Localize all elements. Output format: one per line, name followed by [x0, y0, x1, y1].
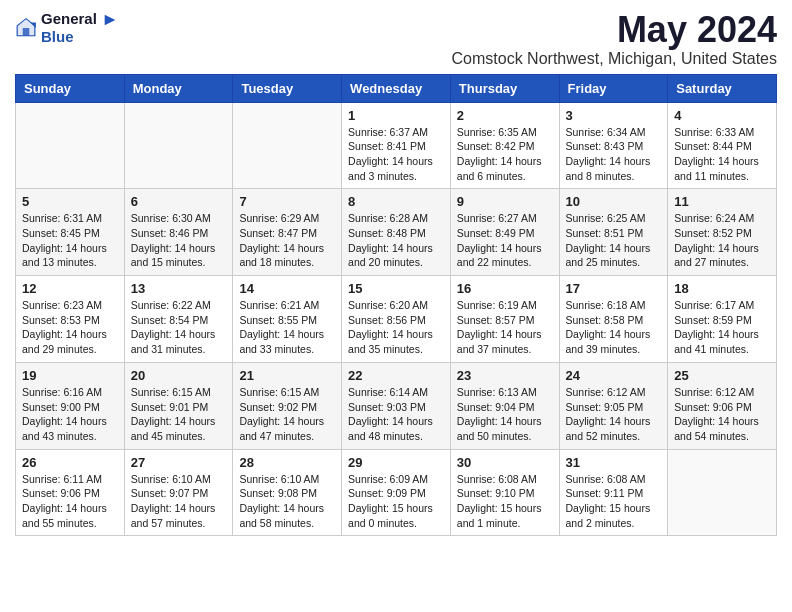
calendar-cell: 21Sunrise: 6:15 AMSunset: 9:02 PMDayligh… [233, 362, 342, 449]
calendar-cell: 8Sunrise: 6:28 AMSunset: 8:48 PMDaylight… [342, 189, 451, 276]
day-number: 21 [239, 368, 335, 383]
day-number: 5 [22, 194, 118, 209]
calendar-cell: 10Sunrise: 6:25 AMSunset: 8:51 PMDayligh… [559, 189, 668, 276]
day-number: 28 [239, 455, 335, 470]
day-number: 19 [22, 368, 118, 383]
day-info: Sunrise: 6:35 AMSunset: 8:42 PMDaylight:… [457, 125, 553, 184]
day-info: Sunrise: 6:15 AMSunset: 9:01 PMDaylight:… [131, 385, 227, 444]
day-info: Sunrise: 6:16 AMSunset: 9:00 PMDaylight:… [22, 385, 118, 444]
calendar-week-row: 19Sunrise: 6:16 AMSunset: 9:00 PMDayligh… [16, 362, 777, 449]
day-info: Sunrise: 6:37 AMSunset: 8:41 PMDaylight:… [348, 125, 444, 184]
weekday-header-monday: Monday [124, 74, 233, 102]
day-info: Sunrise: 6:19 AMSunset: 8:57 PMDaylight:… [457, 298, 553, 357]
logo-text: General Blue [41, 10, 118, 45]
day-info: Sunrise: 6:29 AMSunset: 8:47 PMDaylight:… [239, 211, 335, 270]
weekday-header-wednesday: Wednesday [342, 74, 451, 102]
day-number: 1 [348, 108, 444, 123]
calendar-cell: 15Sunrise: 6:20 AMSunset: 8:56 PMDayligh… [342, 276, 451, 363]
weekday-header-friday: Friday [559, 74, 668, 102]
day-number: 7 [239, 194, 335, 209]
day-info: Sunrise: 6:15 AMSunset: 9:02 PMDaylight:… [239, 385, 335, 444]
location-title: Comstock Northwest, Michigan, United Sta… [452, 50, 777, 68]
day-number: 20 [131, 368, 227, 383]
calendar-cell: 22Sunrise: 6:14 AMSunset: 9:03 PMDayligh… [342, 362, 451, 449]
calendar-cell: 19Sunrise: 6:16 AMSunset: 9:00 PMDayligh… [16, 362, 125, 449]
calendar-cell [124, 102, 233, 189]
logo-blue-text: Blue [41, 28, 118, 45]
calendar-week-row: 5Sunrise: 6:31 AMSunset: 8:45 PMDaylight… [16, 189, 777, 276]
day-number: 31 [566, 455, 662, 470]
day-number: 6 [131, 194, 227, 209]
calendar-cell: 30Sunrise: 6:08 AMSunset: 9:10 PMDayligh… [450, 449, 559, 536]
day-number: 9 [457, 194, 553, 209]
calendar-cell: 29Sunrise: 6:09 AMSunset: 9:09 PMDayligh… [342, 449, 451, 536]
calendar-cell: 9Sunrise: 6:27 AMSunset: 8:49 PMDaylight… [450, 189, 559, 276]
svg-rect-3 [23, 28, 30, 36]
calendar-cell: 5Sunrise: 6:31 AMSunset: 8:45 PMDaylight… [16, 189, 125, 276]
day-info: Sunrise: 6:22 AMSunset: 8:54 PMDaylight:… [131, 298, 227, 357]
calendar-cell: 28Sunrise: 6:10 AMSunset: 9:08 PMDayligh… [233, 449, 342, 536]
day-info: Sunrise: 6:21 AMSunset: 8:55 PMDaylight:… [239, 298, 335, 357]
calendar-cell: 11Sunrise: 6:24 AMSunset: 8:52 PMDayligh… [668, 189, 777, 276]
page-header: General Blue May 2024 Comstock Northwest… [15, 10, 777, 68]
title-area: May 2024 Comstock Northwest, Michigan, U… [452, 10, 777, 68]
day-info: Sunrise: 6:20 AMSunset: 8:56 PMDaylight:… [348, 298, 444, 357]
day-info: Sunrise: 6:09 AMSunset: 9:09 PMDaylight:… [348, 472, 444, 531]
day-info: Sunrise: 6:34 AMSunset: 8:43 PMDaylight:… [566, 125, 662, 184]
day-info: Sunrise: 6:12 AMSunset: 9:05 PMDaylight:… [566, 385, 662, 444]
day-info: Sunrise: 6:25 AMSunset: 8:51 PMDaylight:… [566, 211, 662, 270]
day-number: 8 [348, 194, 444, 209]
calendar-cell: 17Sunrise: 6:18 AMSunset: 8:58 PMDayligh… [559, 276, 668, 363]
weekday-header-sunday: Sunday [16, 74, 125, 102]
calendar-cell [233, 102, 342, 189]
calendar-cell: 16Sunrise: 6:19 AMSunset: 8:57 PMDayligh… [450, 276, 559, 363]
day-info: Sunrise: 6:12 AMSunset: 9:06 PMDaylight:… [674, 385, 770, 444]
calendar-cell: 27Sunrise: 6:10 AMSunset: 9:07 PMDayligh… [124, 449, 233, 536]
day-info: Sunrise: 6:18 AMSunset: 8:58 PMDaylight:… [566, 298, 662, 357]
day-number: 23 [457, 368, 553, 383]
calendar-cell: 18Sunrise: 6:17 AMSunset: 8:59 PMDayligh… [668, 276, 777, 363]
day-info: Sunrise: 6:33 AMSunset: 8:44 PMDaylight:… [674, 125, 770, 184]
logo-general: General [41, 10, 97, 27]
calendar-cell: 20Sunrise: 6:15 AMSunset: 9:01 PMDayligh… [124, 362, 233, 449]
calendar-cell: 23Sunrise: 6:13 AMSunset: 9:04 PMDayligh… [450, 362, 559, 449]
day-number: 24 [566, 368, 662, 383]
calendar-cell: 4Sunrise: 6:33 AMSunset: 8:44 PMDaylight… [668, 102, 777, 189]
day-info: Sunrise: 6:14 AMSunset: 9:03 PMDaylight:… [348, 385, 444, 444]
day-number: 16 [457, 281, 553, 296]
calendar-table: SundayMondayTuesdayWednesdayThursdayFrid… [15, 74, 777, 537]
day-number: 14 [239, 281, 335, 296]
logo-arrow-icon [102, 12, 118, 28]
weekday-header-tuesday: Tuesday [233, 74, 342, 102]
day-number: 17 [566, 281, 662, 296]
weekday-header-row: SundayMondayTuesdayWednesdayThursdayFrid… [16, 74, 777, 102]
day-info: Sunrise: 6:27 AMSunset: 8:49 PMDaylight:… [457, 211, 553, 270]
calendar-week-row: 1Sunrise: 6:37 AMSunset: 8:41 PMDaylight… [16, 102, 777, 189]
logo: General Blue [15, 10, 118, 45]
day-number: 30 [457, 455, 553, 470]
day-number: 10 [566, 194, 662, 209]
calendar-cell [668, 449, 777, 536]
day-number: 12 [22, 281, 118, 296]
calendar-cell: 12Sunrise: 6:23 AMSunset: 8:53 PMDayligh… [16, 276, 125, 363]
day-number: 26 [22, 455, 118, 470]
day-number: 18 [674, 281, 770, 296]
calendar-cell: 26Sunrise: 6:11 AMSunset: 9:06 PMDayligh… [16, 449, 125, 536]
day-number: 11 [674, 194, 770, 209]
calendar-cell: 7Sunrise: 6:29 AMSunset: 8:47 PMDaylight… [233, 189, 342, 276]
day-info: Sunrise: 6:10 AMSunset: 9:07 PMDaylight:… [131, 472, 227, 531]
day-info: Sunrise: 6:08 AMSunset: 9:10 PMDaylight:… [457, 472, 553, 531]
calendar-cell: 13Sunrise: 6:22 AMSunset: 8:54 PMDayligh… [124, 276, 233, 363]
calendar-cell: 31Sunrise: 6:08 AMSunset: 9:11 PMDayligh… [559, 449, 668, 536]
calendar-cell [16, 102, 125, 189]
calendar-cell: 24Sunrise: 6:12 AMSunset: 9:05 PMDayligh… [559, 362, 668, 449]
calendar-cell: 3Sunrise: 6:34 AMSunset: 8:43 PMDaylight… [559, 102, 668, 189]
day-info: Sunrise: 6:31 AMSunset: 8:45 PMDaylight:… [22, 211, 118, 270]
day-info: Sunrise: 6:28 AMSunset: 8:48 PMDaylight:… [348, 211, 444, 270]
day-number: 22 [348, 368, 444, 383]
calendar-cell: 2Sunrise: 6:35 AMSunset: 8:42 PMDaylight… [450, 102, 559, 189]
day-info: Sunrise: 6:24 AMSunset: 8:52 PMDaylight:… [674, 211, 770, 270]
day-number: 13 [131, 281, 227, 296]
month-title: May 2024 [452, 10, 777, 50]
day-info: Sunrise: 6:11 AMSunset: 9:06 PMDaylight:… [22, 472, 118, 531]
